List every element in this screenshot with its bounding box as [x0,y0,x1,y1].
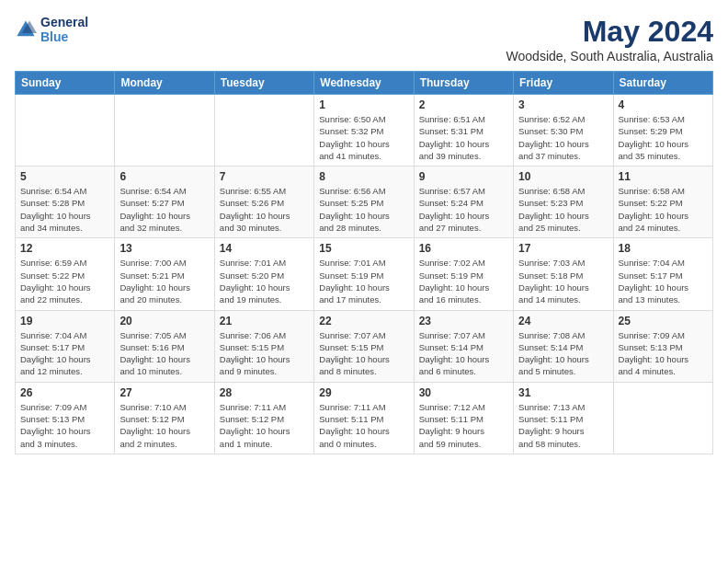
calendar-cell: 14Sunrise: 7:01 AMSunset: 5:20 PMDayligh… [214,238,313,310]
calendar-cell: 9Sunrise: 6:57 AMSunset: 5:24 PMDaylight… [414,167,513,238]
logo: General Blue [15,15,88,44]
calendar-cell: 30Sunrise: 7:12 AMSunset: 5:11 PMDayligh… [414,382,513,454]
calendar-cell: 13Sunrise: 7:00 AMSunset: 5:21 PMDayligh… [115,238,214,310]
calendar-cell: 11Sunrise: 6:58 AMSunset: 5:22 PMDayligh… [613,167,712,238]
calendar-cell: 25Sunrise: 7:09 AMSunset: 5:13 PMDayligh… [613,310,712,382]
day-info: Sunrise: 7:07 AMSunset: 5:15 PMDaylight:… [319,329,408,378]
logo-general: General [40,15,88,29]
day-number: 6 [119,170,209,183]
calendar-cell: 2Sunrise: 6:51 AMSunset: 5:31 PMDaylight… [414,95,513,167]
day-number: 13 [119,242,209,255]
day-number: 21 [220,315,309,327]
weekday-header: Tuesday [214,72,313,95]
day-info: Sunrise: 7:09 AMSunset: 5:13 PMDaylight:… [619,329,708,378]
day-number: 12 [20,242,109,255]
day-info: Sunrise: 7:03 AMSunset: 5:18 PMDaylight:… [518,257,608,305]
day-number: 10 [518,170,608,183]
calendar-cell: 4Sunrise: 6:53 AMSunset: 5:29 PMDaylight… [613,95,712,167]
calendar-cell: 1Sunrise: 6:50 AMSunset: 5:32 PMDaylight… [314,95,414,167]
calendar-cell [613,382,712,454]
day-info: Sunrise: 6:58 AMSunset: 5:22 PMDaylight:… [619,185,708,234]
calendar-cell: 16Sunrise: 7:02 AMSunset: 5:19 PMDayligh… [414,238,513,310]
day-info: Sunrise: 6:54 AMSunset: 5:27 PMDaylight:… [119,185,209,234]
day-info: Sunrise: 7:02 AMSunset: 5:19 PMDaylight:… [419,257,508,305]
day-number: 27 [119,386,209,399]
calendar-cell: 6Sunrise: 6:54 AMSunset: 5:27 PMDaylight… [115,167,214,238]
day-info: Sunrise: 6:55 AMSunset: 5:26 PMDaylight:… [220,185,309,234]
calendar-cell [115,95,214,167]
logo-icon [15,18,37,40]
day-number: 19 [20,315,109,327]
title-section: May 2024 Woodside, South Australia, Aust… [506,15,713,63]
day-number: 5 [20,170,109,183]
day-number: 9 [419,170,508,183]
day-number: 11 [619,170,708,183]
calendar-cell: 24Sunrise: 7:08 AMSunset: 5:14 PMDayligh… [514,310,613,382]
calendar-header-row: SundayMondayTuesdayWednesdayThursdayFrid… [16,72,713,95]
day-info: Sunrise: 6:51 AMSunset: 5:31 PMDaylight:… [419,113,508,162]
calendar-cell: 29Sunrise: 7:11 AMSunset: 5:11 PMDayligh… [314,382,414,454]
day-number: 29 [319,386,408,399]
day-info: Sunrise: 7:04 AMSunset: 5:17 PMDaylight:… [20,329,109,378]
day-info: Sunrise: 7:10 AMSunset: 5:12 PMDaylight:… [119,401,209,450]
day-number: 17 [518,242,608,255]
calendar-cell: 12Sunrise: 6:59 AMSunset: 5:22 PMDayligh… [16,238,115,310]
calendar-cell: 8Sunrise: 6:56 AMSunset: 5:25 PMDaylight… [314,167,414,238]
day-number: 30 [419,386,508,399]
day-number: 20 [119,315,209,327]
weekday-header: Wednesday [314,72,414,95]
weekday-header: Friday [514,72,613,95]
calendar-cell: 20Sunrise: 7:05 AMSunset: 5:16 PMDayligh… [115,310,214,382]
day-number: 2 [419,98,508,111]
calendar-week-row: 5Sunrise: 6:54 AMSunset: 5:28 PMDaylight… [16,167,713,238]
day-info: Sunrise: 7:06 AMSunset: 5:15 PMDaylight:… [220,329,309,378]
calendar-cell: 10Sunrise: 6:58 AMSunset: 5:23 PMDayligh… [514,167,613,238]
calendar-week-row: 19Sunrise: 7:04 AMSunset: 5:17 PMDayligh… [16,310,713,382]
calendar-week-row: 1Sunrise: 6:50 AMSunset: 5:32 PMDaylight… [16,95,713,167]
calendar-cell: 22Sunrise: 7:07 AMSunset: 5:15 PMDayligh… [314,310,414,382]
day-number: 28 [220,386,309,399]
day-info: Sunrise: 7:11 AMSunset: 5:11 PMDaylight:… [319,401,408,450]
day-info: Sunrise: 6:54 AMSunset: 5:28 PMDaylight:… [20,185,109,234]
day-number: 14 [220,242,309,255]
day-info: Sunrise: 6:52 AMSunset: 5:30 PMDaylight:… [518,113,608,162]
calendar-cell: 3Sunrise: 6:52 AMSunset: 5:30 PMDaylight… [514,95,613,167]
day-info: Sunrise: 6:56 AMSunset: 5:25 PMDaylight:… [319,185,408,234]
day-info: Sunrise: 7:04 AMSunset: 5:17 PMDaylight:… [619,257,708,305]
day-info: Sunrise: 6:58 AMSunset: 5:23 PMDaylight:… [518,185,608,234]
day-number: 3 [518,98,608,111]
day-number: 16 [419,242,508,255]
weekday-header: Saturday [613,72,712,95]
calendar-cell: 18Sunrise: 7:04 AMSunset: 5:17 PMDayligh… [613,238,712,310]
day-number: 24 [518,315,608,327]
day-number: 25 [619,315,708,327]
calendar-cell: 31Sunrise: 7:13 AMSunset: 5:11 PMDayligh… [514,382,613,454]
day-number: 31 [518,386,608,399]
calendar-week-row: 26Sunrise: 7:09 AMSunset: 5:13 PMDayligh… [16,382,713,454]
day-info: Sunrise: 7:09 AMSunset: 5:13 PMDaylight:… [20,401,109,450]
calendar-cell: 26Sunrise: 7:09 AMSunset: 5:13 PMDayligh… [16,382,115,454]
calendar-cell [214,95,313,167]
day-number: 23 [419,315,508,327]
day-info: Sunrise: 7:05 AMSunset: 5:16 PMDaylight:… [119,329,209,378]
calendar-cell [16,95,115,167]
calendar-cell: 5Sunrise: 6:54 AMSunset: 5:28 PMDaylight… [16,167,115,238]
page-header: General Blue May 2024 Woodside, South Au… [15,15,713,63]
day-number: 1 [319,98,408,111]
day-number: 8 [319,170,408,183]
day-number: 7 [220,170,309,183]
calendar-cell: 19Sunrise: 7:04 AMSunset: 5:17 PMDayligh… [16,310,115,382]
day-info: Sunrise: 7:01 AMSunset: 5:19 PMDaylight:… [319,257,408,305]
weekday-header: Sunday [16,72,115,95]
month-title: May 2024 [506,15,713,49]
day-info: Sunrise: 7:07 AMSunset: 5:14 PMDaylight:… [419,329,508,378]
day-number: 4 [619,98,708,111]
day-info: Sunrise: 7:01 AMSunset: 5:20 PMDaylight:… [220,257,309,305]
day-info: Sunrise: 6:57 AMSunset: 5:24 PMDaylight:… [419,185,508,234]
calendar-cell: 17Sunrise: 7:03 AMSunset: 5:18 PMDayligh… [514,238,613,310]
day-info: Sunrise: 6:53 AMSunset: 5:29 PMDaylight:… [619,113,708,162]
day-info: Sunrise: 6:50 AMSunset: 5:32 PMDaylight:… [319,113,408,162]
day-info: Sunrise: 6:59 AMSunset: 5:22 PMDaylight:… [20,257,109,305]
logo-blue: Blue [40,29,88,44]
day-info: Sunrise: 7:00 AMSunset: 5:21 PMDaylight:… [119,257,209,305]
